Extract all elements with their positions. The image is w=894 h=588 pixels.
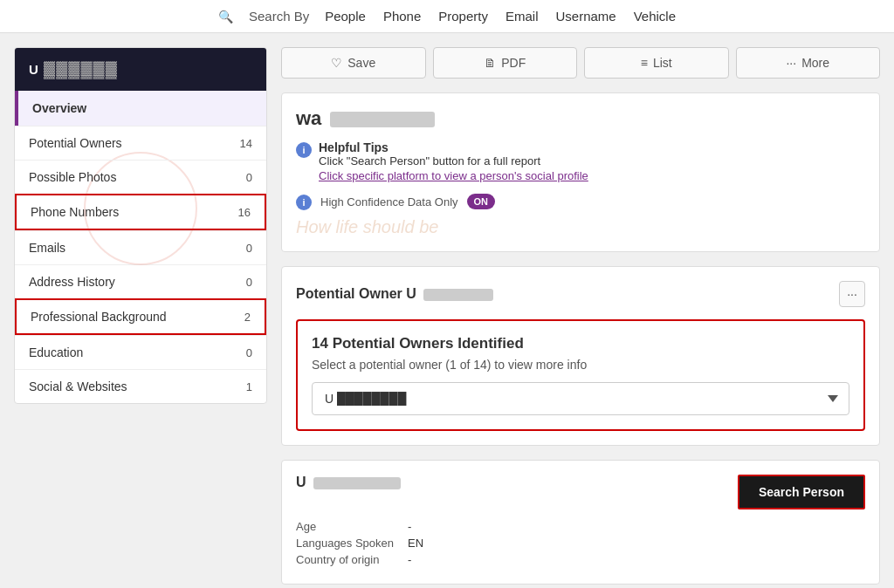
- dropdown-container: U ████████: [312, 382, 849, 415]
- sidebar-item-count: 16: [238, 206, 251, 219]
- section-menu-button[interactable]: ···: [839, 281, 865, 307]
- owner-select[interactable]: U ████████: [312, 382, 849, 415]
- helpful-tips-section: i Helpful Tips Click "Search Person" but…: [296, 140, 865, 184]
- sidebar-item-count: 2: [244, 311, 251, 324]
- list-button[interactable]: ≡ List: [584, 47, 729, 79]
- header: 🔍 Search By People Phone Property Email …: [0, 0, 894, 33]
- nav-phone[interactable]: Phone: [383, 9, 421, 24]
- sidebar-item-count: 0: [246, 242, 252, 255]
- sidebar-item-education[interactable]: Education 0: [15, 335, 266, 369]
- nav-email[interactable]: Email: [505, 9, 539, 24]
- search-person-button[interactable]: Search Person: [738, 475, 865, 509]
- sidebar-item-emails[interactable]: Emails 0: [15, 230, 266, 264]
- sidebar-item-count: 1: [246, 380, 252, 393]
- potential-owners-subtitle: Select a potential owner (1 of 14) to vi…: [312, 358, 849, 372]
- section-ellipsis-icon: ···: [847, 287, 857, 301]
- toggle-info-icon: i: [296, 195, 312, 210]
- high-confidence-label: High Confidence Data Only: [320, 195, 458, 209]
- sidebar-item-label: Address History: [29, 275, 115, 289]
- sidebar-item-address-history[interactable]: Address History 0: [15, 264, 266, 298]
- search-by-label: Search By: [249, 9, 309, 24]
- sidebar-header: U ▓▓▓▓▓▓: [15, 48, 266, 91]
- sidebar-item-social-websites[interactable]: Social & Websites 1: [15, 369, 266, 403]
- sidebar: U ▓▓▓▓▓▓ Overview Potential Owners 14 Po…: [14, 47, 267, 404]
- sidebar-item-label: Professional Background: [31, 310, 167, 324]
- sidebar-item-label: Possible Photos: [29, 170, 116, 184]
- sidebar-item-count: 0: [246, 276, 252, 289]
- nav-username[interactable]: Username: [555, 9, 615, 24]
- detail-age: Age -: [296, 520, 865, 533]
- potential-owner-section: Potential Owner U ··· 14 Potential Owner…: [281, 266, 880, 446]
- nav-people[interactable]: People: [325, 9, 366, 24]
- action-bar: ♡ Save 🗎 PDF ≡ List ··· More: [281, 47, 880, 79]
- list-icon: ≡: [641, 56, 648, 70]
- sidebar-item-count: 0: [246, 346, 252, 359]
- detail-languages: Languages Spoken EN: [296, 537, 865, 550]
- sidebar-item-professional-background[interactable]: Professional Background 2: [15, 298, 266, 335]
- sidebar-overview[interactable]: Overview: [15, 91, 266, 126]
- sidebar-item-label: Potential Owners: [29, 136, 122, 150]
- country-label: Country of origin: [296, 553, 401, 566]
- tips-content: Helpful Tips Click "Search Person" butto…: [319, 140, 588, 184]
- nav-property[interactable]: Property: [438, 9, 488, 24]
- sidebar-item-label: Phone Numbers: [31, 205, 119, 219]
- detail-country: Country of origin -: [296, 553, 865, 566]
- sidebar-item-count: 14: [240, 137, 252, 150]
- age-label: Age: [296, 520, 401, 533]
- section-title: Potential Owner U: [296, 286, 493, 302]
- platform-link[interactable]: Click specific platform to view a person…: [319, 169, 588, 182]
- save-button[interactable]: ♡ Save: [281, 47, 426, 79]
- pdf-button[interactable]: 🗎 PDF: [433, 47, 578, 79]
- ellipsis-icon: ···: [786, 56, 796, 70]
- country-value: -: [408, 553, 411, 566]
- languages-label: Languages Spoken: [296, 537, 401, 550]
- sidebar-item-possible-photos[interactable]: Possible Photos 0: [15, 160, 266, 194]
- header-nav: People Phone Property Email Username Veh…: [325, 9, 676, 24]
- person-card-header: U Search Person: [296, 475, 865, 509]
- sidebar-item-potential-owners[interactable]: Potential Owners 14: [15, 126, 266, 160]
- person-card: U Search Person Age - Languages Spoken E…: [281, 460, 880, 585]
- languages-value: EN: [408, 537, 423, 550]
- sidebar-item-label: Education: [29, 345, 83, 359]
- high-confidence-toggle[interactable]: ON: [467, 194, 496, 209]
- person-name: U: [296, 475, 401, 490]
- potential-owners-title: 14 Potential Owners Identified: [312, 335, 849, 352]
- info-icon: i: [296, 142, 312, 158]
- toggle-row: i High Confidence Data Only ON: [296, 193, 865, 210]
- more-button[interactable]: ··· More: [736, 47, 881, 79]
- info-card: wa i Helpful Tips Click "Search Person" …: [281, 92, 880, 252]
- heart-icon: ♡: [331, 56, 342, 70]
- sidebar-item-label: Social & Websites: [29, 379, 127, 393]
- pdf-icon: 🗎: [484, 56, 496, 70]
- nav-vehicle[interactable]: Vehicle: [634, 9, 676, 24]
- content-area: ♡ Save 🗎 PDF ≡ List ··· More wa: [281, 47, 880, 585]
- potential-owners-box: 14 Potential Owners Identified Select a …: [296, 319, 865, 431]
- watermark-text: How life should be: [296, 217, 865, 237]
- section-header: Potential Owner U ···: [296, 281, 865, 307]
- age-value: -: [408, 520, 411, 533]
- sidebar-item-phone-numbers[interactable]: Phone Numbers 16: [15, 194, 266, 230]
- search-icon: 🔍: [218, 10, 233, 24]
- sidebar-item-count: 0: [246, 171, 252, 184]
- result-title: wa: [296, 107, 865, 130]
- sidebar-item-label: Emails: [29, 241, 65, 255]
- person-details: Age - Languages Spoken EN Country of ori…: [296, 520, 865, 566]
